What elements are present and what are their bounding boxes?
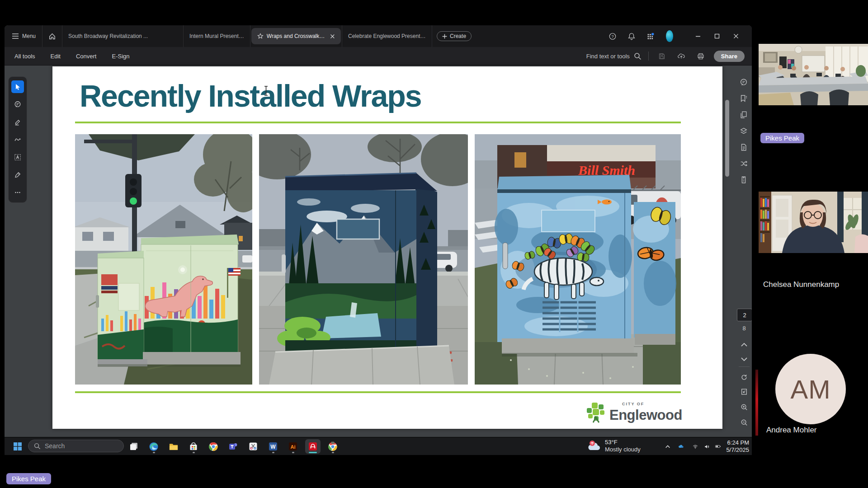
chevron-up-icon [665,445,670,449]
layers-panel-button[interactable] [737,124,750,138]
close-icon [733,33,739,39]
participant-label-pikes-peak: Pikes Peak [760,133,804,143]
comment-icon [14,100,21,108]
page-number-input[interactable]: 2 [737,309,752,321]
refresh-button[interactable] [738,371,750,384]
document-icon [740,143,748,152]
menu-label: Menu [22,33,36,39]
plus-icon [442,34,447,39]
battery-tray-icon[interactable] [712,442,723,451]
volume-tray-icon[interactable] [702,442,712,451]
tab-wraps-crosswalks-active[interactable]: Wraps and Crosswalks ... [251,28,341,44]
acrobat-menu-button[interactable]: Menu [5,25,42,47]
chevron-down-icon [741,357,748,361]
home-icon [48,33,56,40]
draw-squiggle-icon [14,136,21,144]
comment-tool-button[interactable] [11,98,24,111]
tab-intern-mural[interactable]: Intern Mural Presentation.pdf [184,25,250,47]
fill-sign-tool-button[interactable] [11,169,24,181]
document-scrollbar[interactable] [725,100,729,177]
taskbar-clock[interactable]: 6:24 PM 5/7/2025 [726,439,749,454]
next-page-button[interactable] [738,353,750,366]
attachments-panel-button[interactable] [737,141,750,154]
video-tile-chelsea[interactable] [759,192,868,253]
share-button[interactable]: Share [714,51,745,62]
video-tile-pikes-peak[interactable] [759,44,868,105]
zoom-in-button[interactable] [738,401,750,413]
notifications-button[interactable] [625,30,638,42]
account-avatar-button[interactable] [663,30,676,42]
chrome-button[interactable] [206,439,221,454]
minimize-button[interactable] [689,25,708,47]
create-button[interactable]: Create [437,31,472,41]
menu-esign[interactable]: E-Sign [104,53,137,60]
chrome-icon [208,441,218,452]
titlebar-right-icons: ? [606,25,752,47]
acrobat-button[interactable] [305,439,321,454]
apps-grid-button[interactable] [644,30,657,42]
file-explorer-button[interactable] [166,439,181,454]
person-video [759,192,868,253]
close-window-button[interactable] [726,25,745,47]
save-button[interactable] [656,50,668,62]
star-icon[interactable] [257,33,264,39]
comments-panel-button[interactable] [737,75,750,89]
snipping-tool-button[interactable] [245,439,261,454]
pdf-page: Recently Installed Wraps [52,66,722,429]
tab-celebrate-englewood[interactable]: Celebrate Englewood Presentat... [342,25,432,47]
weather-widget[interactable]: 53°F Mostly cloudy [587,439,641,453]
add-text-tool-button[interactable] [11,151,24,164]
illustrator-button[interactable]: Ai [285,439,301,454]
onedrive-tray-icon[interactable] [675,442,686,451]
upload-cloud-button[interactable] [675,50,688,62]
fit-page-button[interactable] [738,385,750,398]
battery-icon [715,444,721,449]
zoom-out-button[interactable] [738,416,750,429]
utility-box-main [141,235,241,354]
word-button[interactable]: W [265,439,281,454]
taskbar-search-input[interactable]: Search [28,440,124,452]
snipping-tool-icon [248,441,258,451]
print-button[interactable] [694,50,707,62]
folder-icon [169,441,179,452]
bookmarks-panel-button[interactable] [737,92,750,105]
start-button[interactable] [10,439,25,454]
edge-button[interactable] [146,439,161,454]
bookmark-icon [740,94,748,103]
microsoft-store-button[interactable] [186,439,201,454]
connections-panel-button[interactable] [737,157,750,170]
avatar-tile-andrea[interactable]: AM [775,354,846,424]
tab-south-broadway[interactable]: South Broadway Revitalization ... [62,25,184,47]
maximize-icon [714,33,720,39]
task-view-button[interactable] [126,439,142,454]
blue-box-main [495,175,632,342]
tags-panel-button[interactable] [737,173,750,187]
tray-chevron-button[interactable] [662,442,673,451]
home-tab-button[interactable] [42,25,62,47]
weather-desc: Mostly cloudy [605,446,641,453]
select-tool-button[interactable] [11,80,24,93]
tab-label: Intern Mural Presentation.pdf [189,33,244,39]
menu-convert[interactable]: Convert [68,53,104,60]
menu-edit[interactable]: Edit [43,53,68,60]
pages-panel-button[interactable] [737,108,750,122]
previous-page-button[interactable] [738,338,750,351]
find-text-tools[interactable]: Find text or tools [586,52,642,60]
footer-divider-line [75,391,681,393]
zoom-in-icon [741,403,748,411]
shared-screen-region: Menu South Broadway Revitalization ... I… [5,25,752,455]
more-ellipsis-icon [14,188,21,197]
menu-all-tools[interactable]: All tools [5,53,43,60]
help-button[interactable]: ? [606,30,619,42]
wifi-tray-icon[interactable] [690,442,701,451]
wifi-icon [693,443,698,450]
highlight-tool-button[interactable] [11,116,24,128]
close-tab-icon[interactable] [330,34,335,39]
teams-button[interactable] [226,439,241,454]
draw-tool-button[interactable] [11,133,24,146]
chrome-profile-button[interactable] [325,439,340,454]
weather-temp: 53°F [605,439,641,446]
share-owner-badge: Pikes Peak [6,473,51,484]
maximize-button[interactable] [708,25,726,47]
more-tools-button[interactable] [11,186,24,199]
